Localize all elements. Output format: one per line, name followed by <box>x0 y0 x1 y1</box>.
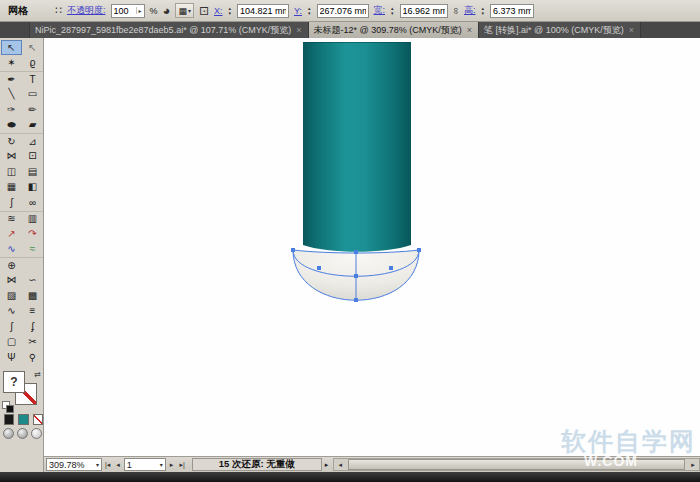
align-pixel-grid-icon[interactable]: ⊡ <box>199 5 209 17</box>
selection-tool[interactable]: ↖ <box>1 40 22 55</box>
x-label[interactable]: X: <box>214 6 223 16</box>
type-tool-icon: T <box>29 75 35 85</box>
perspective-selection-tool-icon: ⊕ <box>7 261 15 271</box>
live-paint-selection-tool[interactable]: ↷ <box>22 226 43 241</box>
color-button[interactable] <box>4 414 14 425</box>
horizontal-scrollbar[interactable]: ◂ ▸ <box>333 458 700 471</box>
default-fill-stroke-icon[interactable] <box>2 401 10 409</box>
line-segment-tool[interactable]: ╲ <box>1 87 22 102</box>
x-input[interactable] <box>238 5 288 17</box>
perspective-grid-tool[interactable]: ▤ <box>22 164 43 179</box>
gradient-button[interactable] <box>18 414 28 425</box>
draw-normal-button[interactable] <box>3 428 14 439</box>
wrinkle-tool[interactable]: ▩ <box>22 288 43 303</box>
next-page-button[interactable]: ▸ <box>167 461 177 469</box>
tab-close-icon[interactable]: × <box>628 25 635 35</box>
shape-builder-tool[interactable]: ◫ <box>1 164 22 179</box>
swap-fill-stroke-icon[interactable]: ⇄ <box>34 370 41 379</box>
type-tool[interactable]: T <box>22 72 43 87</box>
height-input[interactable] <box>491 5 533 17</box>
opacity-inputbox: ▸ <box>111 4 145 18</box>
blob-brush-tool[interactable]: ⬬ <box>1 118 22 133</box>
tool-row: ʃ∞ <box>0 195 43 211</box>
perspective-selection-tool[interactable]: ⊕ <box>1 258 22 273</box>
scrollbar-track[interactable] <box>346 459 687 470</box>
rectangle-tool-icon: ▭ <box>28 89 37 99</box>
none-button[interactable] <box>33 414 43 425</box>
tab-close-icon[interactable]: × <box>295 25 302 35</box>
curvature-tool[interactable]: ∿ <box>1 242 22 257</box>
status-expand-button[interactable]: ▸ <box>322 461 332 469</box>
pen-artwork[interactable] <box>291 40 421 306</box>
prev-page-button[interactable]: ◂ <box>113 461 123 469</box>
free-transform-tool[interactable]: ⊡ <box>22 149 43 164</box>
pen-tool[interactable]: ✒ <box>1 72 22 87</box>
document-tab[interactable]: NiPic_287997_5981fbe2e87daeb5.ai* @ 107.… <box>30 22 309 38</box>
recolor-artwork-icon[interactable]: ◕ <box>163 4 171 17</box>
x-stepper[interactable]: ▴▾ <box>229 6 232 16</box>
warp-tool[interactable]: ⋈ <box>1 273 22 288</box>
zoom-level-select[interactable]: 309.78% ▾ <box>46 458 102 471</box>
live-paint-bucket-tool[interactable]: ↗ <box>1 226 22 241</box>
eyedropper-tool[interactable]: ʃ <box>1 195 22 210</box>
smooth-tool[interactable]: ≈ <box>22 242 43 257</box>
draw-behind-button[interactable] <box>17 428 28 439</box>
height-label[interactable]: 高: <box>464 4 476 17</box>
opacity-dropdown-icon[interactable]: ▸ <box>136 7 144 14</box>
tab-label: 未标题-12* @ 309.78% (CMYK/预览) <box>314 24 462 37</box>
document-tab[interactable]: 未标题-12* @ 309.78% (CMYK/预览)× <box>309 22 479 38</box>
opacity-input[interactable] <box>112 5 136 17</box>
canvas[interactable] <box>44 38 700 456</box>
appearance-list-tool-icon: ≡ <box>30 306 36 316</box>
tab-bar: NiPic_287997_5981fbe2e87daeb5.ai* @ 107.… <box>0 22 700 38</box>
link-dimensions-icon[interactable]: ∞ <box>451 7 461 13</box>
crystallize-tool[interactable]: ▨ <box>1 288 22 303</box>
blob-brush-tool-icon: ⬬ <box>7 120 16 130</box>
height-stepper[interactable]: ▴▾ <box>482 6 485 16</box>
column-graph-tool[interactable]: ▥ <box>22 212 43 227</box>
slice-tool[interactable]: ▢ <box>1 335 22 350</box>
paintbrush-tool[interactable]: ✑ <box>1 102 22 117</box>
symbol-sprayer-tool[interactable]: ≋ <box>1 212 22 227</box>
zoom-tool-icon: ⚲ <box>29 353 36 363</box>
scroll-left-button[interactable]: ◂ <box>334 461 346 469</box>
transform-menu-button[interactable]: ▦ ▾ <box>175 3 194 18</box>
fill-color-swatch[interactable]: ? <box>3 371 25 393</box>
opacity-link[interactable]: 不透明度: <box>67 4 106 17</box>
width-stepper[interactable]: ▴▾ <box>391 6 394 16</box>
reference-point-icon[interactable]: ∷ <box>55 5 62 16</box>
magic-wand-tool[interactable]: ✶ <box>1 56 22 71</box>
lasso-tool[interactable]: ϱ <box>22 56 43 71</box>
document-tab[interactable]: 笔 [转换].ai* @ 100% (CMYK/预览)× <box>479 22 641 38</box>
hand-tool[interactable]: Ψ <box>1 350 22 365</box>
rotate-tool[interactable]: ↻ <box>1 134 22 149</box>
blend-tool[interactable]: ∞ <box>22 195 43 210</box>
tab-close-icon[interactable]: × <box>466 25 473 35</box>
y-label[interactable]: Y: <box>294 6 302 16</box>
scale-tool[interactable]: ⊿ <box>22 134 43 149</box>
last-page-button[interactable]: ▸| <box>176 461 187 469</box>
gradient-tool[interactable]: ◧ <box>22 180 43 195</box>
artboard-select[interactable]: 1 ▾ <box>124 458 166 471</box>
zoom-tool[interactable]: ⚲ <box>22 350 43 365</box>
rectangle-tool[interactable]: ▭ <box>22 87 43 102</box>
mesh-tool[interactable]: ▦ <box>1 180 22 195</box>
width-input[interactable] <box>401 5 447 17</box>
eraser-tool[interactable]: ▰ <box>22 118 43 133</box>
direct-selection-tool[interactable]: ↖ <box>22 40 43 55</box>
measure-tool[interactable]: ʃ <box>1 319 22 334</box>
y-stepper[interactable]: ▴▾ <box>308 6 311 16</box>
wave-tool[interactable]: ∽ <box>22 273 43 288</box>
scroll-right-button[interactable]: ▸ <box>687 461 699 469</box>
ink-dropper-tool[interactable]: ʄ <box>22 319 43 334</box>
scribble-tool[interactable]: ∿ <box>1 304 22 319</box>
width-tool[interactable]: ⋈ <box>1 149 22 164</box>
appearance-list-tool[interactable]: ≡ <box>22 304 43 319</box>
width-label[interactable]: 宽: <box>374 4 386 17</box>
first-page-button[interactable]: |◂ <box>102 461 113 469</box>
draw-inside-button[interactable] <box>31 428 42 439</box>
knife-tool[interactable]: ✂ <box>22 335 43 350</box>
pencil-tool[interactable]: ✏ <box>22 102 43 117</box>
y-input[interactable] <box>318 5 368 17</box>
scrollbar-thumb[interactable] <box>348 459 685 470</box>
